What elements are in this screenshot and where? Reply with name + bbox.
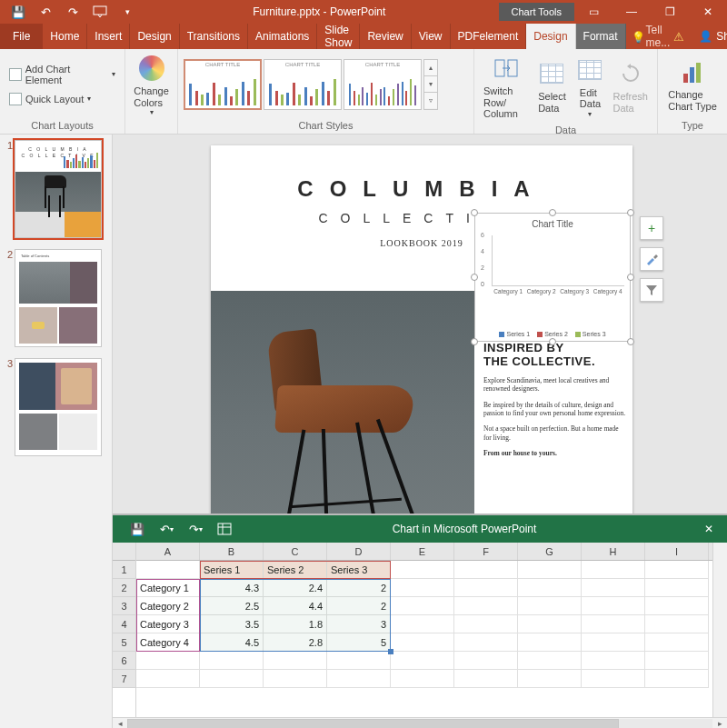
row-header[interactable]: 1 — [113, 561, 135, 579]
tab-pdfelement[interactable]: PDFelement — [451, 24, 527, 49]
tab-home[interactable]: Home — [43, 24, 87, 49]
legend-series-1[interactable]: Series 1 — [499, 331, 530, 337]
fill-handle[interactable] — [388, 649, 393, 654]
scroll-thumb[interactable] — [127, 719, 619, 729]
chart-plot-area[interactable] — [492, 235, 624, 286]
cell[interactable]: 5 — [327, 633, 391, 652]
cell[interactable]: Category 3 — [136, 615, 200, 633]
tab-chart-design[interactable]: Design — [526, 24, 575, 49]
slide-thumbnails-pane[interactable]: 1 C O L U M B I AC O L L E C T I V E 2 T… — [0, 135, 113, 728]
cell[interactable]: Category 4 — [136, 633, 200, 652]
scroll-right-icon[interactable]: ▸ — [712, 719, 727, 728]
horizontal-scrollbar[interactable]: ◂ ▸ — [113, 717, 727, 728]
expand-gallery-icon[interactable]: ▿ — [424, 93, 437, 108]
ds-redo-button[interactable]: ↷▾ — [182, 516, 209, 542]
datasheet-close-button[interactable]: ✕ — [691, 523, 727, 535]
tab-view[interactable]: View — [412, 24, 451, 49]
row-headers[interactable]: 1 2 3 4 5 6 7 — [113, 543, 136, 717]
cell[interactable]: 2.8 — [264, 633, 327, 652]
undo-button[interactable]: ↶ — [33, 1, 58, 23]
side-text-block[interactable]: INSPIRED BY THE COLLECTIVE. Explore Scan… — [483, 342, 627, 458]
column-header[interactable]: I — [645, 543, 709, 560]
chart-object[interactable]: Chart Title 6 4 2 0 Category 1 Category … — [474, 213, 631, 342]
tab-transitions[interactable]: Transitions — [180, 24, 248, 49]
chart-style-3[interactable]: CHART TITLE — [344, 59, 422, 110]
slide-thumbnail-2[interactable]: Table of Contents — [15, 249, 102, 347]
chart-data-window[interactable]: 💾 ↶▾ ↷▾ Chart in Microsoft PowerPoint ✕ … — [113, 514, 727, 728]
change-chart-type-button[interactable]: Change Chart Type — [664, 55, 721, 114]
row-header[interactable]: 3 — [113, 597, 135, 615]
cell[interactable]: 4.4 — [264, 597, 327, 615]
quick-layout-button[interactable]: Quick Layout▾ — [5, 91, 119, 107]
qat-more-button[interactable]: ▾ — [115, 1, 140, 23]
cell[interactable]: 2 — [327, 597, 391, 615]
close-button[interactable]: ✕ — [689, 0, 727, 24]
slide-thumbnail-3[interactable] — [15, 358, 102, 456]
cell[interactable]: Series 3 — [327, 561, 391, 579]
redo-button[interactable]: ↷ — [60, 1, 85, 23]
restore-button[interactable]: ❐ — [651, 0, 689, 24]
cell[interactable]: 2 — [327, 579, 391, 597]
resize-handle[interactable] — [627, 338, 634, 345]
column-header[interactable]: D — [327, 543, 391, 560]
chart-style-1[interactable]: CHART TITLE — [184, 59, 262, 110]
chart-styles-button[interactable] — [640, 247, 663, 271]
cell[interactable]: 3.5 — [200, 615, 264, 633]
start-slideshow-button[interactable] — [87, 1, 113, 23]
chart-legend[interactable]: Series 1 Series 2 Series 3 — [475, 331, 630, 337]
chart-filters-button[interactable] — [640, 278, 663, 302]
resize-handle[interactable] — [627, 274, 634, 281]
save-button[interactable]: 💾 — [5, 1, 31, 23]
legend-series-3[interactable]: Series 3 — [575, 331, 606, 337]
slide-title[interactable]: COLUMBIA — [211, 145, 632, 202]
style-gallery-scroll[interactable]: ▴ ▾ ▿ — [423, 59, 438, 110]
tab-chart-format[interactable]: Format — [576, 24, 626, 49]
vertical-scrollbar[interactable] — [712, 543, 727, 717]
cell[interactable]: 2.4 — [264, 579, 327, 597]
resize-handle[interactable] — [549, 338, 556, 345]
column-header[interactable]: G — [518, 543, 582, 560]
resize-handle[interactable] — [627, 209, 634, 216]
tab-design[interactable]: Design — [130, 24, 179, 49]
slide-thumbnail-1[interactable]: C O L U M B I AC O L L E C T I V E — [15, 140, 102, 238]
chart-elements-button[interactable]: + — [640, 216, 663, 240]
legend-series-2[interactable]: Series 2 — [537, 331, 568, 337]
row-header[interactable]: 6 — [113, 652, 135, 670]
refresh-data-button[interactable]: Refresh Data — [609, 56, 652, 115]
ds-undo-button[interactable]: ↶▾ — [153, 516, 180, 542]
scroll-down-icon[interactable]: ▾ — [424, 76, 437, 93]
row-header[interactable]: 7 — [113, 670, 135, 688]
column-header[interactable]: H — [582, 543, 645, 560]
cell[interactable]: 4.5 — [200, 633, 264, 652]
resize-handle[interactable] — [471, 209, 478, 216]
column-header[interactable]: F — [454, 543, 518, 560]
resize-handle[interactable] — [471, 274, 478, 281]
switch-row-column-button[interactable]: Switch Row/ Column — [480, 51, 533, 122]
column-header[interactable]: A — [136, 543, 200, 560]
tab-insert[interactable]: Insert — [87, 24, 130, 49]
datasheet-grid[interactable]: 1 2 3 4 5 6 7 ABCDEFGHI Series 1Series 2… — [113, 543, 727, 717]
cell[interactable]: Series 1 — [200, 561, 264, 579]
cell[interactable]: 4.3 — [200, 579, 264, 597]
row-header[interactable]: 4 — [113, 615, 135, 633]
tab-review[interactable]: Review — [360, 24, 411, 49]
tab-slideshow[interactable]: Slide Show — [317, 24, 360, 49]
row-header[interactable]: 5 — [113, 633, 135, 652]
scroll-up-icon[interactable]: ▴ — [424, 60, 437, 76]
column-headers[interactable]: ABCDEFGHI — [136, 543, 712, 561]
ds-save-button[interactable]: 💾 — [124, 516, 151, 542]
resize-handle[interactable] — [549, 209, 556, 216]
minimize-button[interactable]: — — [612, 0, 651, 24]
edit-data-button[interactable]: Edit Data▾ — [571, 53, 609, 120]
tab-file[interactable]: File — [0, 24, 43, 49]
ribbon-display-options[interactable]: ▭ — [574, 0, 612, 24]
add-chart-element-button[interactable]: Add Chart Element▾ — [5, 62, 119, 87]
chart-style-2[interactable]: CHART TITLE — [264, 59, 342, 110]
change-colors-button[interactable]: Change Colors ▾ — [130, 51, 173, 118]
column-header[interactable]: E — [391, 543, 454, 560]
cell[interactable]: Category 2 — [136, 597, 200, 615]
select-all-corner[interactable] — [113, 543, 135, 561]
share-button[interactable]: 👤 Share — [690, 24, 727, 49]
cell[interactable]: Category 1 — [136, 579, 200, 597]
chart-style-gallery[interactable]: CHART TITLE CHART TITLE — [184, 59, 438, 110]
